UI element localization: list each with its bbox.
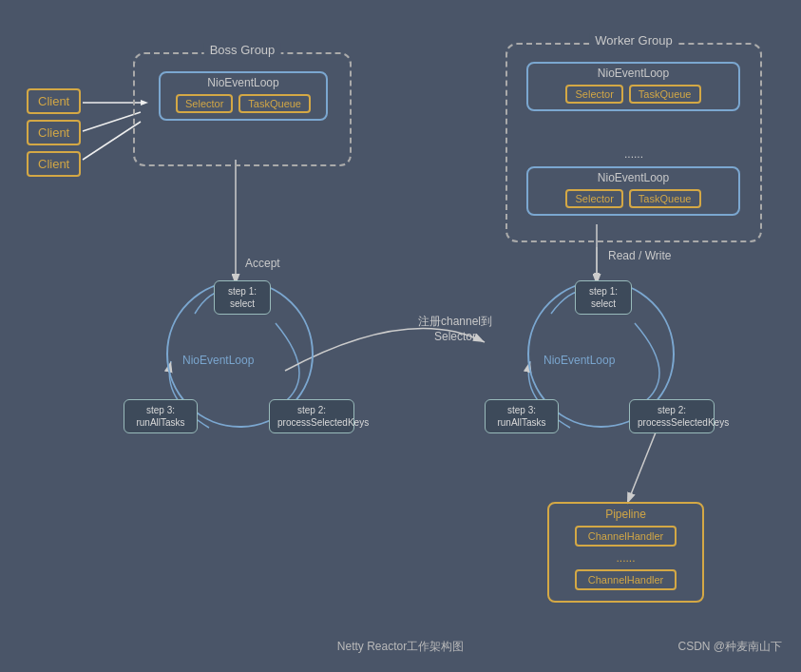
worker-nio-bottom: NioEventLoop Selector TaskQueue [526,166,740,216]
svg-line-3 [83,112,141,131]
boss-nio-title: NioEventLoop [161,73,326,91]
worker-step3: step 3: runAllTasks [485,399,559,433]
channel-handler-2: ChannelHandler [575,569,677,590]
pipeline-title: Pipeline [549,504,702,523]
register-label: 注册channel到 Selector [418,314,492,343]
worker-group-title: Worker Group [589,33,677,48]
client-2: Client [27,120,81,145]
worker-step2: step 2: processSelectedKeys [629,399,715,433]
boss-group: Boss Group NioEventLoop Selector TaskQue… [133,52,352,166]
boss-selector: Selector [176,94,233,113]
worker-nio-top-title: NioEventLoop [528,64,738,82]
worker-nio-bottom-title: NioEventLoop [528,168,738,186]
boss-step2: step 2: processSelectedKeys [269,399,354,433]
boss-step1: step 1: select [214,280,271,315]
read-write-label: Read / Write [608,249,671,262]
diagram: Client Client Client Boss Group NioEvent… [0,0,801,672]
worker-ellipsis: ...... [507,147,760,161]
boss-nio-box: NioEventLoop Selector TaskQueue [159,71,328,121]
worker-bottom-taskqueue: TaskQueue [629,189,701,208]
boss-step3: step 3: runAllTasks [124,399,198,433]
channel-handler-1: ChannelHandler [575,526,677,547]
pipeline-box: Pipeline ChannelHandler ...... ChannelHa… [547,502,704,603]
pipeline-ellipsis: ...... [549,549,702,566]
worker-top-taskqueue: TaskQueue [629,85,701,104]
svg-line-4 [83,122,141,160]
worker-top-selector: Selector [565,85,622,104]
worker-group: Worker Group NioEventLoop Selector TaskQ… [505,43,762,242]
boss-group-title: Boss Group [204,43,281,57]
worker-step1: step 1: select [575,280,632,315]
svg-line-8 [627,432,656,504]
accept-label: Accept [245,257,280,270]
footer-left: Netty Reactor工作架构图 [337,639,464,655]
boss-taskqueue: TaskQueue [238,94,311,113]
client-3: Client [27,151,81,177]
worker-nio-top: NioEventLoop Selector TaskQueue [526,62,740,111]
worker-loop-label: NioEventLoop [544,354,615,367]
client-1: Client [27,88,81,114]
worker-bottom-selector: Selector [565,189,622,208]
boss-loop-label: NioEventLoop [182,354,254,367]
footer-right: CSDN @种麦南山下 [677,639,782,655]
